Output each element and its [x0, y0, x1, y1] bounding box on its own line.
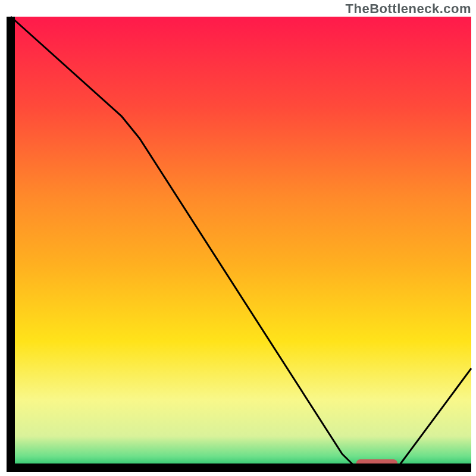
plot-background — [11, 17, 471, 468]
chart-stage: TheBottleneck.com — [0, 0, 476, 476]
chart-svg — [0, 0, 476, 476]
